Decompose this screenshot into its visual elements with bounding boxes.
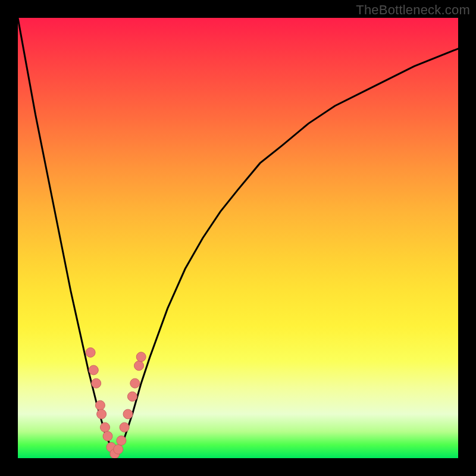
data-marker — [103, 431, 112, 441]
data-marker — [136, 352, 146, 362]
data-marker — [120, 422, 129, 432]
marker-group — [86, 347, 146, 458]
data-marker — [123, 409, 133, 419]
data-marker — [101, 422, 110, 432]
bottleneck-curve-path — [18, 18, 458, 454]
data-marker — [89, 365, 98, 375]
watermark-text: TheBottleneck.com — [356, 2, 470, 18]
data-marker — [97, 409, 107, 419]
data-marker — [127, 392, 137, 401]
data-marker — [117, 436, 126, 445]
plot-area — [18, 18, 458, 458]
bottleneck-curve-svg — [18, 18, 458, 458]
data-marker — [130, 378, 140, 388]
data-marker — [95, 400, 105, 410]
data-marker — [134, 361, 144, 371]
data-marker — [114, 444, 123, 454]
data-marker — [92, 378, 101, 388]
data-marker — [86, 347, 95, 357]
chart-frame: TheBottleneck.com — [0, 0, 476, 476]
